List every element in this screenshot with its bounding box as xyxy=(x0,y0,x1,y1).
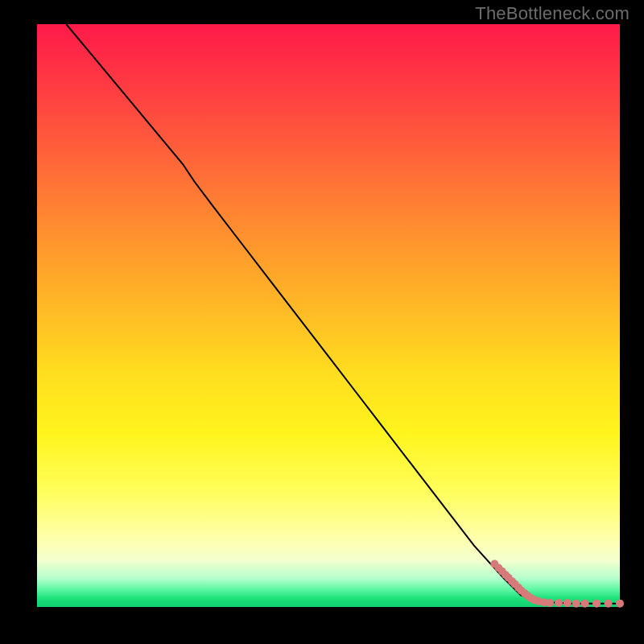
data-point xyxy=(555,599,563,607)
data-point xyxy=(564,599,572,607)
data-point xyxy=(546,599,554,607)
bottleneck-curve xyxy=(66,24,620,604)
data-point xyxy=(592,600,601,608)
chart-overlay xyxy=(37,24,620,607)
chart-frame: TheBottleneck.com xyxy=(0,0,644,644)
watermark-text: TheBottleneck.com xyxy=(475,3,630,24)
data-point xyxy=(605,600,613,608)
data-point xyxy=(581,600,589,608)
data-point xyxy=(616,600,624,608)
data-point xyxy=(572,600,580,608)
data-points xyxy=(490,559,624,607)
